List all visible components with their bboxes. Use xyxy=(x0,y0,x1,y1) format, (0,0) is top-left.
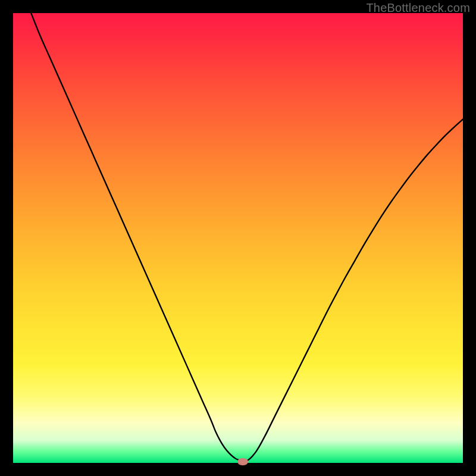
chart-frame: TheBottleneck.com xyxy=(0,0,476,476)
optimal-point-marker xyxy=(237,458,248,465)
watermark-text: TheBottleneck.com xyxy=(366,1,470,15)
chart-plot-area xyxy=(13,13,463,463)
